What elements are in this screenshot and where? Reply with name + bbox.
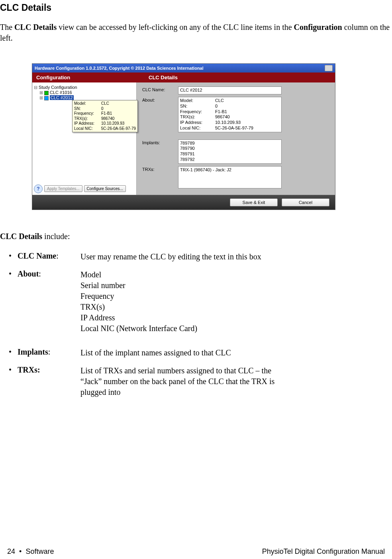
tooltip-row: TRX(s):986740 (74, 116, 136, 122)
tooltip-row: Local NIC:5C-26-0A-5E-97-79 (74, 126, 136, 131)
help-button[interactable]: ? (34, 184, 43, 193)
about-value: CLC (215, 98, 224, 104)
tooltip-row: IP Address:10.10.209.93 (74, 121, 136, 126)
intro-bold-2: Configuration (294, 23, 342, 31)
definition-row: •TRXs:List of TRXs and serial numbers as… (9, 365, 392, 398)
status-dot-icon (44, 96, 49, 100)
tooltip-value: 5C-26-0A-5E-97-79 (101, 126, 136, 131)
tooltip-value: 986740 (101, 116, 114, 122)
definition-description: List of TRXs and serial numbers assigned… (80, 365, 292, 398)
clc-name-input[interactable]: CLC #2012 (178, 86, 282, 94)
about-row: Frequency:F1-B1 (180, 109, 280, 115)
tooltip-key: Model: (74, 101, 101, 106)
tree-root[interactable]: Study Configuration (34, 85, 135, 90)
about-value: 5C-26-0A-5E-97-79 (215, 126, 253, 131)
about-value: 0 (215, 104, 218, 109)
clc-details-panel: CLC Name: CLC #2012 About: Model:CLCSN:0… (137, 82, 335, 195)
cancel-button[interactable]: Cancel (282, 198, 329, 206)
bullet-icon: • (9, 365, 18, 398)
definition-term: TRXs: (18, 365, 80, 398)
page-footer: 24 • Software PhysioTel Digital Configur… (7, 547, 385, 556)
tooltip-value: 0 (101, 106, 104, 112)
about-key: TRX(s): (180, 114, 215, 120)
definition-term: Implants: (18, 347, 80, 358)
definitions-list: •CLC Name:User may rename the CLC by edi… (9, 251, 392, 398)
panel-header-configuration: Configuration (32, 73, 145, 82)
definition-description: List of the implant names assigned to th… (80, 347, 292, 358)
footer-separator: • (19, 547, 22, 555)
intro-mid: view can be accessed by left-clicking on… (57, 23, 294, 31)
tooltip-value: CLC (101, 101, 109, 106)
details-include-bold: CLC Details (0, 232, 42, 241)
bullet-icon: • (9, 251, 18, 262)
footer-left: 24 • Software (7, 547, 54, 556)
tooltip-value: 10.10.209.93 (101, 121, 124, 126)
tree-item[interactable]: CLC #1016 (39, 90, 135, 95)
definition-term: CLC Name: (18, 251, 80, 262)
save-exit-button[interactable]: Save & Exit (230, 198, 278, 206)
definition-row: •CLC Name:User may rename the CLC by edi… (9, 251, 392, 262)
about-row: SN:0 (180, 104, 280, 109)
configuration-tree-panel: Study Configuration CLC #1016CLC #2012 M… (32, 82, 137, 195)
about-label: About: (142, 97, 178, 102)
tooltip-value: F1-B1 (101, 111, 112, 116)
tooltip-key: IP Address: (74, 121, 101, 126)
tooltip-row: SN:0 (74, 106, 136, 112)
bullet-icon: • (9, 347, 18, 358)
tooltip-key: TRX(s): (74, 116, 101, 122)
tooltip-key: Local NIC: (74, 126, 101, 131)
tree-root-label: Study Configuration (39, 85, 77, 90)
tree-item-label: CLC #1016 (50, 90, 72, 95)
bullet-icon: • (9, 269, 18, 334)
footer-right: PhysioTel Digital Configuration Manual (262, 547, 385, 556)
window-title: Hardware Configuration 1.0.2.1572, Copyr… (35, 66, 204, 71)
tooltip-key: SN: (74, 106, 101, 112)
intro-bold-1: CLC Details (14, 23, 57, 31)
tooltip-key: Frequency: (74, 111, 101, 116)
footer-page-number: 24 (7, 547, 15, 555)
section-heading: CLC Details (0, 2, 392, 13)
definition-description: Model Serial number Frequency TRX(s) IP … (80, 269, 292, 334)
about-row: Model:CLC (180, 98, 280, 104)
status-dot-icon (44, 91, 49, 95)
about-value: 10.10.209.93 (215, 120, 241, 126)
about-key: SN: (180, 104, 215, 109)
about-key: Frequency: (180, 109, 215, 115)
trxs-label: TRXs: (142, 166, 178, 172)
implants-label: Implants: (142, 139, 178, 145)
details-include-line: CLC Details include: (0, 232, 392, 241)
definition-description: User may rename the CLC by editing the t… (80, 251, 292, 262)
about-box: Model:CLCSN:0Frequency:F1-B1TRX(s):98674… (178, 97, 282, 132)
tree-item-label: CLC #2012 (50, 95, 74, 100)
tooltip-row: Model:CLC (74, 101, 136, 106)
trxs-box: TRX-1 (986740) - Jack: J2 (178, 166, 282, 188)
implants-box: 789789 789790 789791 789792 (178, 139, 282, 164)
titlebar: Hardware Configuration 1.0.2.1572, Copyr… (32, 64, 335, 73)
about-key: Local NIC: (180, 126, 215, 131)
panel-header-clc-details: CLC Details (145, 73, 335, 82)
intro-paragraph: The CLC Details view can be accessed by … (0, 22, 392, 43)
tooltip-row: Frequency:F1-B1 (74, 111, 136, 116)
definition-row: •Implants:List of the implant names assi… (9, 347, 392, 358)
titlebar-control-icon[interactable] (325, 65, 333, 71)
about-value: F1-B1 (215, 109, 227, 115)
app-window: Hardware Configuration 1.0.2.1572, Copyr… (32, 63, 335, 210)
clc-tooltip: Model:CLCSN:0Frequency:F1-B1TRX(s):98674… (72, 100, 138, 132)
clc-name-label: CLC Name: (142, 86, 178, 92)
apply-templates-button[interactable]: Apply Templates... (44, 185, 82, 192)
details-include-rest: include: (42, 232, 70, 241)
intro-pre: The (0, 23, 14, 31)
window-footer: Save & Exit Cancel (32, 195, 335, 210)
about-row: IP Address:10.10.209.93 (180, 120, 280, 126)
definition-term: About: (18, 269, 80, 334)
about-row: Local NIC:5C-26-0A-5E-97-79 (180, 126, 280, 131)
about-key: Model: (180, 98, 215, 104)
configure-sources-button[interactable]: Configure Sources... (84, 185, 126, 192)
about-row: TRX(s):986740 (180, 114, 280, 120)
about-value: 986740 (215, 114, 230, 120)
about-key: IP Address: (180, 120, 215, 126)
footer-section: Software (25, 547, 54, 555)
definition-row: •About:Model Serial number Frequency TRX… (9, 269, 392, 334)
